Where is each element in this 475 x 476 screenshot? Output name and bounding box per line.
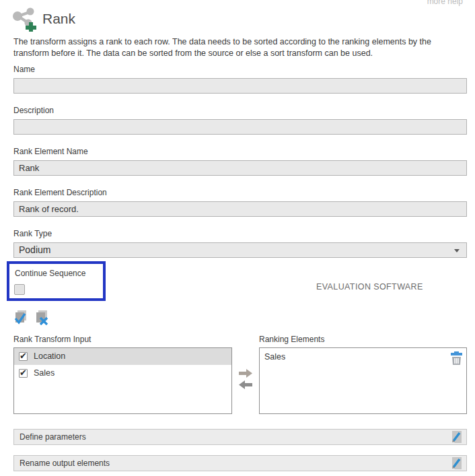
list-item-location[interactable]: Location bbox=[14, 348, 231, 365]
rank-transform-input-list[interactable]: Location Sales bbox=[13, 347, 232, 414]
more-help-link[interactable]: more help bbox=[427, 0, 463, 6]
rank-type-selected-value: Podium bbox=[19, 244, 50, 255]
list-item-label: Sales bbox=[34, 368, 54, 378]
continue-sequence-label: Continue Sequence bbox=[15, 269, 467, 278]
transform-description-text: The transform assigns a rank to each row… bbox=[13, 36, 467, 59]
rank-element-name-field-group: Rank Element Name bbox=[13, 147, 467, 176]
description-field-group: Description bbox=[13, 106, 467, 135]
ranking-item-sales[interactable]: Sales bbox=[260, 348, 466, 366]
list-transfer-area: Rank Transform Input Location Sales bbox=[13, 335, 467, 414]
rank-element-description-field-group: Rank Element Description bbox=[13, 188, 467, 217]
name-label: Name bbox=[13, 65, 467, 74]
rank-element-name-input[interactable] bbox=[13, 160, 467, 176]
chevron-down-icon bbox=[454, 249, 460, 252]
rank-element-name-label: Rank Element Name bbox=[13, 147, 467, 156]
description-label: Description bbox=[13, 106, 467, 115]
rank-transform-input-column: Rank Transform Input Location Sales bbox=[13, 335, 232, 414]
rank-type-field-group: Rank Type Podium bbox=[13, 229, 467, 258]
location-checkbox[interactable] bbox=[19, 352, 28, 361]
dialog-header: Rank bbox=[13, 5, 467, 32]
edit-icon[interactable] bbox=[450, 430, 464, 444]
description-input[interactable] bbox=[13, 119, 467, 135]
ranking-elements-list[interactable]: Sales bbox=[259, 347, 467, 414]
delete-icon[interactable] bbox=[450, 351, 463, 366]
rename-output-elements-section[interactable]: Rename output elements bbox=[13, 455, 467, 471]
rank-transform-dialog: more help Rank The transform assigns a r… bbox=[0, 0, 475, 476]
define-parameters-label: Define parameters bbox=[20, 432, 86, 442]
edit-icon[interactable] bbox=[450, 456, 464, 470]
rank-type-dropdown[interactable]: Podium bbox=[13, 242, 467, 258]
move-right-icon[interactable] bbox=[239, 369, 252, 378]
list-item-label: Location bbox=[34, 351, 65, 361]
sales-checkbox[interactable] bbox=[19, 369, 28, 378]
rank-element-description-input[interactable] bbox=[13, 201, 467, 217]
ranking-elements-column: Ranking Elements Sales bbox=[259, 335, 467, 414]
list-item-sales[interactable]: Sales bbox=[14, 365, 231, 382]
rank-type-label: Rank Type bbox=[13, 229, 467, 238]
name-field-group: Name bbox=[13, 65, 467, 94]
define-parameters-section[interactable]: Define parameters bbox=[13, 429, 467, 445]
move-left-icon[interactable] bbox=[239, 380, 252, 389]
deselect-all-icon[interactable] bbox=[34, 310, 49, 325]
evaluation-watermark: EVALUATION SOFTWARE bbox=[316, 282, 423, 292]
rank-element-description-label: Rank Element Description bbox=[13, 188, 467, 197]
move-arrows bbox=[232, 335, 259, 414]
list-toolbar bbox=[13, 310, 467, 325]
page-title: Rank bbox=[42, 11, 75, 27]
transform-add-icon bbox=[13, 6, 36, 32]
name-input[interactable] bbox=[13, 78, 467, 94]
rank-transform-input-label: Rank Transform Input bbox=[13, 335, 232, 344]
rename-output-elements-label: Rename output elements bbox=[20, 458, 110, 468]
continue-sequence-checkbox[interactable] bbox=[14, 284, 25, 295]
select-all-icon[interactable] bbox=[13, 310, 28, 325]
ranking-elements-label: Ranking Elements bbox=[259, 335, 467, 344]
